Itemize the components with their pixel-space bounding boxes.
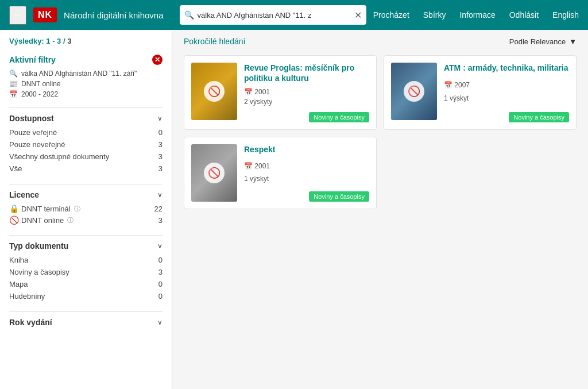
info-icon-0: ⓘ	[74, 205, 80, 213]
nav-odhlasat[interactable]: Odhlásit	[509, 10, 539, 20]
result-title-2[interactable]: Respekt	[244, 144, 369, 155]
filter-dostupnost-header[interactable]: Dostupnost ∨	[9, 114, 163, 123]
nav-informace[interactable]: Informace	[459, 10, 495, 20]
filter-typ-title: Typ dokumentu	[9, 241, 68, 251]
header: ← NK Národní digitální knihovna 🔍 ✕ Proc…	[0, 0, 588, 30]
active-filters-header: Aktivní filtry ✕	[9, 55, 163, 65]
filter-tag-search: 🔍 válka AND Afghánistán AND "11. záři"	[9, 70, 163, 78]
nav-procházet[interactable]: Procházet	[373, 10, 409, 20]
result-info-2: Respekt 📅 2001 1 výskyt Noviny a časopis…	[244, 144, 369, 202]
dostupnost-count-2: 3	[158, 152, 163, 161]
typ-count-2: 0	[158, 280, 163, 288]
filter-tag-source: 📰 DNNT online	[9, 80, 163, 88]
result-title-0[interactable]: Revue Proglas: měsíčník pro politiku a k…	[244, 63, 369, 83]
typ-item-1[interactable]: Noviny a časopisy	[9, 268, 69, 276]
results-count: Výsledky: 1 - 3 / 3	[9, 37, 163, 45]
typ-item-3[interactable]: Hudebniny	[9, 292, 45, 301]
result-info-1: ATM : armády, technika, militaria 📅 2007…	[444, 63, 569, 122]
main-layout: Výsledky: 1 - 3 / 3 Aktivní filtry ✕ 🔍 v…	[0, 30, 588, 389]
filter-row: Pouze neveřejné 3	[9, 140, 163, 149]
filter-row: Pouze veřejné 0	[9, 128, 163, 137]
filter-row: Hudebniny 0	[9, 291, 163, 301]
content-toolbar: Pokročilé hledání Podle Relevance ▼	[184, 37, 577, 46]
filter-tag-date: 📅 2000 - 2022	[9, 90, 163, 98]
info-icon-1: ⓘ	[67, 216, 74, 225]
sort-value: Podle Relevance	[509, 37, 566, 46]
filter-licence-title: Licence	[9, 190, 39, 199]
search-bar: 🔍 ✕	[180, 5, 366, 25]
filter-dostupnost-title: Dostupnost	[9, 114, 54, 123]
site-title: Národní digitální knihovna	[64, 10, 163, 20]
logo: NK	[33, 7, 57, 22]
result-card-respekt[interactable]: 🚫 Respekt 📅 2001 1 výskyt Noviny a časop…	[184, 137, 377, 209]
filter-section-dostupnost: Dostupnost ∨ Pouze veřejné 0 Pouze neveř…	[9, 107, 163, 174]
nav-sbirky[interactable]: Sbírky	[423, 10, 446, 20]
dostupnost-count-3: 3	[158, 164, 163, 173]
result-year-0: 📅 2001	[244, 88, 369, 96]
result-info-0: Revue Proglas: měsíčník pro politiku a k…	[244, 63, 369, 122]
chevron-down-icon: ∨	[157, 242, 163, 250]
dostupnost-item-3[interactable]: Vše	[9, 164, 22, 173]
advanced-search-link[interactable]: Pokročilé hledání	[184, 37, 245, 46]
dostupnost-item-1[interactable]: Pouze neveřejné	[9, 140, 65, 149]
active-filters-title: Aktivní filtry	[9, 55, 56, 64]
chevron-down-icon: ∨	[157, 114, 163, 122]
result-occurrences-1: 1 výskyt	[444, 94, 569, 102]
filter-row: Vše 3	[9, 164, 163, 174]
filter-section-rok: Rok vydání ∨	[9, 311, 163, 327]
licence-count-1: 3	[158, 216, 163, 225]
result-year-1: 📅 2007	[444, 81, 569, 89]
content-area: Pokročilé hledání Podle Relevance ▼ 🚫 Re…	[172, 30, 588, 389]
sort-dropdown[interactable]: Podle Relevance ▼	[509, 37, 577, 46]
calendar-icon-2: 📅	[244, 162, 253, 170]
filter-row: Všechny dostupné dokumenty 3	[9, 152, 163, 161]
typ-count-3: 0	[158, 292, 163, 301]
no-image-icon-1: 🚫	[408, 85, 420, 98]
filter-section-licence: Licence ∨ 🔒 DNNT terminál ⓘ 22 🚫 DNNT on…	[9, 184, 163, 225]
back-button[interactable]: ←	[9, 6, 26, 25]
filter-rok-header[interactable]: Rok vydání ∨	[9, 318, 163, 327]
no-image-icon-2: 🚫	[208, 167, 220, 179]
result-thumbnail-2: 🚫	[191, 144, 237, 202]
dostupnost-item-0[interactable]: Pouze veřejné	[9, 128, 57, 137]
clear-filters-button[interactable]: ✕	[152, 55, 163, 65]
dostupnost-item-2[interactable]: Všechny dostupné dokumenty	[9, 152, 109, 161]
filter-typ-header[interactable]: Typ dokumentu ∨	[9, 241, 163, 251]
no-image-overlay-2: 🚫	[204, 163, 225, 183]
filter-rok-title: Rok vydání	[9, 318, 52, 327]
result-occurrences-2: 1 výskyt	[244, 175, 369, 183]
result-occurrences-0: 2 výskyty	[244, 98, 369, 106]
nav-english[interactable]: English	[552, 10, 579, 20]
result-thumbnail-0: 🚫	[191, 63, 237, 120]
licence-row-1: 🚫 DNNT online ⓘ 3	[9, 215, 163, 225]
calendar-icon-1: 📅	[444, 81, 452, 89]
header-nav: Procházet Sbírky Informace Odhlásit Engl…	[373, 10, 579, 20]
filter-row: Mapa 0	[9, 279, 163, 289]
active-filters-section: Aktivní filtry ✕ 🔍 válka AND Afghánistán…	[9, 55, 163, 98]
result-card-revue-proglas[interactable]: 🚫 Revue Proglas: měsíčník pro politiku a…	[184, 55, 377, 130]
lock-icon: 🔒	[9, 204, 19, 213]
restricted-icon: 🚫	[9, 215, 19, 225]
filter-row: Kniha 0	[9, 255, 163, 265]
licence-item-0[interactable]: DNNT terminál	[21, 205, 71, 213]
results-grid: 🚫 Revue Proglas: měsíčník pro politiku a…	[184, 55, 577, 209]
result-tag-2: Noviny a časopisy	[309, 191, 369, 202]
result-card-atm[interactable]: 🚫 ATM : armády, technika, militaria 📅 20…	[384, 55, 577, 130]
result-title-1[interactable]: ATM : armády, technika, militaria	[444, 63, 569, 73]
typ-item-0[interactable]: Kniha	[9, 256, 28, 264]
search-clear-icon[interactable]: ✕	[354, 10, 362, 21]
no-image-overlay-0: 🚫	[204, 81, 225, 102]
search-icon: 🔍	[184, 10, 194, 20]
source-filter-icon: 📰	[9, 80, 18, 88]
result-thumbnail-1: 🚫	[391, 63, 437, 120]
filter-licence-header[interactable]: Licence ∨	[9, 190, 163, 199]
licence-row-0: 🔒 DNNT terminál ⓘ 22	[9, 204, 163, 213]
licence-item-1[interactable]: DNNT online	[21, 216, 64, 225]
typ-item-2[interactable]: Mapa	[9, 280, 28, 288]
typ-count-1: 3	[158, 268, 163, 276]
no-image-icon-0: 🚫	[208, 85, 220, 98]
filter-section-typ: Typ dokumentu ∨ Kniha 0 Noviny a časopis…	[9, 235, 163, 301]
search-input[interactable]	[198, 11, 351, 20]
filter-row: Noviny a časopisy 3	[9, 267, 163, 277]
sort-chevron-icon: ▼	[569, 37, 577, 46]
